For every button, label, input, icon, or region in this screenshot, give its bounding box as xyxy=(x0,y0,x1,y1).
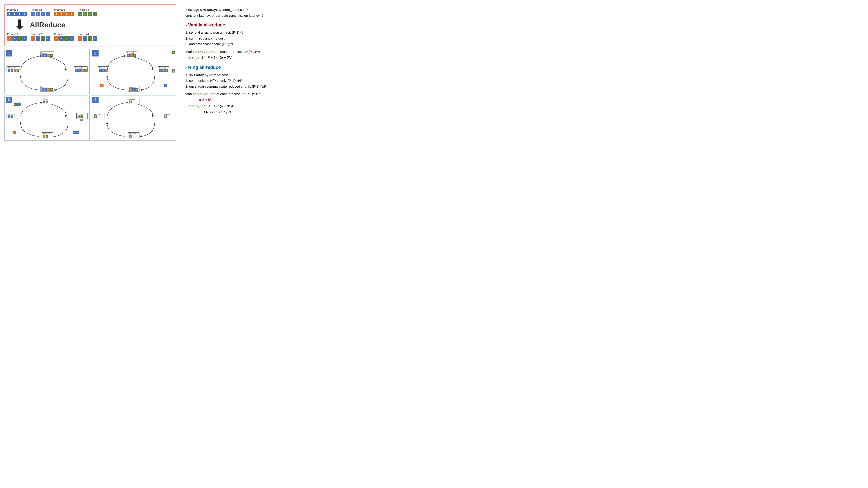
top-process-4: Process 4 1 2 3 4 xyxy=(78,8,97,16)
bottom-process-4: Process 4 1 2 3 4 xyxy=(78,33,97,41)
diagram-1: 1 Process 1 1 2 3 4 Process 4 1 2 3 4 xyxy=(4,49,90,94)
block: 3 xyxy=(17,36,22,41)
d2-p4: Process 4 1 2 3 xyxy=(98,66,110,72)
block: 1 xyxy=(7,12,12,16)
allreduce-label: AllReduce xyxy=(30,21,65,29)
d1-p2: Process 2 1 2 3 4 xyxy=(74,66,88,72)
block: 1 xyxy=(78,36,82,41)
block: 1 xyxy=(54,36,59,41)
top-p2-label: Process 2 xyxy=(31,8,42,11)
d2-p2: Process 2 1 3 4 xyxy=(158,66,169,72)
block: 2 xyxy=(36,12,40,16)
d3-badge-2: 1 xyxy=(18,103,21,106)
top-process-row: Process 1 1 2 3 4 Process 2 1 2 3 4 Proc xyxy=(7,8,174,16)
d1-p4: Process 4 1 2 3 4 xyxy=(6,66,20,72)
d3-p2: Process 2 3 4 xyxy=(76,113,88,119)
block: 4 xyxy=(46,36,50,41)
block: 2 xyxy=(12,12,17,16)
left-panel: Process 1 1 2 3 4 Process 2 1 2 3 4 Proc xyxy=(4,4,176,178)
d3-p3: Process 3 1 4 xyxy=(41,132,53,138)
d2-badge-green: 4 xyxy=(172,51,175,54)
block: 2 xyxy=(83,36,87,41)
d2-p1: Process 1 2 3 4 xyxy=(126,52,137,57)
ring-step-1: 1. split array by N/P: no cost xyxy=(185,72,316,78)
diagram-2-num: 2 xyxy=(92,50,98,57)
top-process-2: Process 2 1 2 3 4 xyxy=(31,8,50,16)
d4-p1: Process 1 2 xyxy=(128,98,140,104)
diagram-1-num: 1 xyxy=(6,50,12,57)
bottom-p4-label: Process 4 xyxy=(78,33,89,35)
d2-badge-blue: 2 xyxy=(164,84,167,87)
block: 4 xyxy=(69,12,74,16)
block: 3 xyxy=(41,12,45,16)
diagram-3: 3 3 1 4 4 2 1 1 Process 1 2 3 Process 4 … xyxy=(4,96,90,141)
bottom-p2-label: Process 2 xyxy=(31,33,42,35)
d3-badge-7: 1 xyxy=(76,131,79,134)
d4-p3: Process 3 4 xyxy=(128,132,140,138)
block: 4 xyxy=(69,36,74,41)
bottom-p1-label: Process 1 xyxy=(7,33,18,35)
d2-p3: Process 3 1 2 4 xyxy=(128,86,140,92)
d2-badge-gray: 1 xyxy=(172,69,175,72)
block: 4 xyxy=(93,12,97,16)
block: 1 xyxy=(7,36,12,41)
block: 3 xyxy=(88,36,92,41)
ring-title: - Ring all-reduce xyxy=(185,64,316,71)
d4-p2: Process 2 3 xyxy=(163,113,174,119)
bottom-process-1: Process 1 1 2 3 4 xyxy=(7,33,27,41)
block: 1 xyxy=(54,12,59,16)
intro-line2: constant latency: α, per-byte transmissi… xyxy=(185,13,316,19)
block: 1 xyxy=(78,12,82,16)
block: 1 xyxy=(31,36,35,41)
diagram-4-num: 4 xyxy=(92,97,98,103)
block: 4 xyxy=(22,36,27,41)
block: 2 xyxy=(83,12,87,16)
diagram-4: 4 Process 1 2 Process 4 1 Process 2 3 xyxy=(91,96,176,141)
d3-badge-1: 3 xyxy=(14,103,17,106)
d3-p1: Process 1 2 3 xyxy=(41,98,53,104)
block: 2 xyxy=(59,12,64,16)
ring-approx: ≈ 2 * N xyxy=(199,97,316,103)
d3-badge-6: 1 xyxy=(73,131,76,134)
top-p4-label: Process 4 xyxy=(78,8,89,11)
block: 3 xyxy=(88,12,92,16)
ring-latency: latency: 2 * (P − 1) * (α + βN/P) xyxy=(188,103,316,109)
block: 2 xyxy=(12,36,17,41)
arrow-row: ⬇ AllReduce xyxy=(7,18,174,32)
block: 4 xyxy=(46,12,50,16)
top-process-1: Process 1 1 2 3 4 xyxy=(7,8,27,16)
d2-badge-orange: 3 xyxy=(100,84,103,87)
block: 4 xyxy=(22,12,27,16)
block: 4 xyxy=(93,36,97,41)
bottom-process-row: Process 1 1 2 3 4 Process 2 1 2 3 4 Proc xyxy=(7,33,174,41)
block: 3 xyxy=(41,36,45,41)
d4-p4: Process 4 1 xyxy=(93,113,104,119)
block: 2 xyxy=(59,36,64,41)
top-p1-label: Process 1 xyxy=(7,8,18,11)
down-arrow: ⬇ xyxy=(14,18,25,32)
d3-p4: Process 4 1 2 xyxy=(6,113,18,119)
block: 1 xyxy=(31,12,35,16)
vanilla-latency: latency: 2 * (P − 1) * (α + βN) xyxy=(188,55,316,60)
vanilla-title: - Vanilla all-reduce xyxy=(185,21,316,29)
d3-badge-5: 2 xyxy=(13,131,16,134)
block: 2 xyxy=(36,36,40,41)
vanilla-step-1: 1. send N array to master first: (P-1)*N xyxy=(185,30,316,35)
vanilla-comm-line: total comm volume of master process: 2*(… xyxy=(185,49,316,55)
diagram-2: 2 4 1 3 2 Process 1 2 3 4 Process 4 xyxy=(91,49,176,94)
allreduce-box: Process 1 1 2 3 4 Process 2 1 2 3 4 Proc xyxy=(4,4,176,46)
ring-comm-line: total comm volume of each process: 2*(P-… xyxy=(185,91,316,97)
diagram-3-num: 3 xyxy=(6,97,12,103)
block: 3 xyxy=(64,36,69,41)
right-panel: message size (array): N, num_process: P … xyxy=(181,4,321,178)
diagrams-grid: 1 Process 1 1 2 3 4 Process 4 1 2 3 4 xyxy=(4,49,176,141)
d1-p3: Process 3 1 2 3 4 xyxy=(40,86,54,92)
ring-latency2: if N >> P: ≈ 2 * βN xyxy=(204,109,316,115)
bottom-process-3: Process 3 1 2 3 4 xyxy=(54,33,74,41)
intro-line1: message size (array): N, num_process: P xyxy=(185,7,316,13)
vanilla-step-2: 2. sum (reducing): no cost xyxy=(185,35,316,41)
bottom-process-2: Process 2 1 2 3 4 xyxy=(31,33,50,41)
vanilla-step-3: 3. and broadcast again: (P-1)*N xyxy=(185,41,316,47)
top-p3-label: Process 3 xyxy=(54,8,65,11)
bottom-p3-label: Process 3 xyxy=(54,33,65,35)
